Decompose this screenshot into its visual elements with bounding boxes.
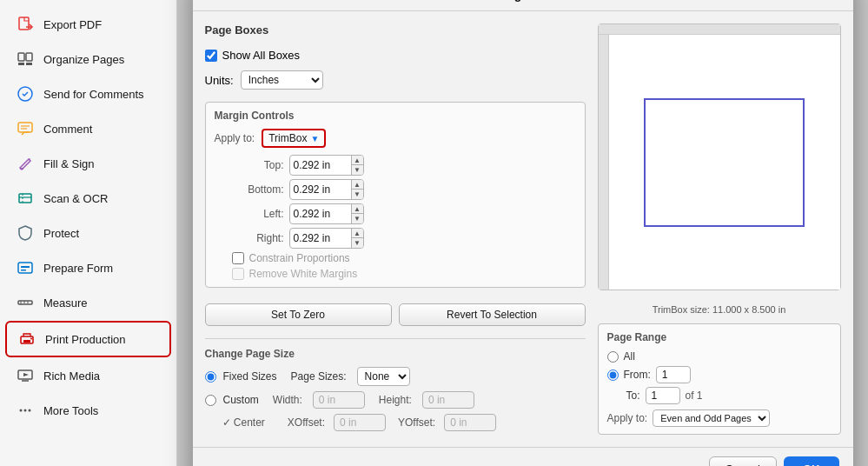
- trimbox-size-label: TrimBox size: 11.000 x 8.500 in: [598, 304, 841, 315]
- top-stepper-down[interactable]: ▼: [352, 165, 363, 175]
- width-label: Width:: [273, 394, 302, 406]
- apply-to-value: TrimBox: [268, 132, 307, 144]
- right-margin-row: Right: ▲ ▼: [215, 228, 576, 249]
- sidebar-item-protect-label: Protect: [43, 227, 79, 240]
- sidebar-item-measure-label: Measure: [43, 296, 88, 310]
- svg-point-27: [29, 409, 31, 412]
- center-label: ✓ Center: [222, 416, 265, 429]
- svg-point-21: [30, 338, 32, 340]
- send-comments-icon: [16, 84, 35, 103]
- custom-radio[interactable]: [205, 395, 216, 406]
- top-input[interactable]: [290, 157, 351, 173]
- all-label: All: [624, 350, 635, 363]
- right-input-wrap: ▲ ▼: [289, 228, 364, 249]
- page-sizes-select[interactable]: None Letter A4: [357, 367, 410, 386]
- sidebar-item-protect[interactable]: Protect: [5, 216, 171, 250]
- sidebar-item-comment-label: Comment: [43, 123, 92, 136]
- page-sizes-label: Page Sizes:: [291, 370, 347, 383]
- page-range-section: Page Range All From: To: of 1: [598, 323, 841, 435]
- of-label: of 1: [686, 389, 703, 402]
- dialog-body: Page Boxes Show All Boxes Units: Inches …: [193, 11, 853, 447]
- sidebar-item-prepare-form[interactable]: Prepare Form: [5, 251, 171, 284]
- dialog-footer: Cancel OK: [193, 447, 853, 466]
- left-input[interactable]: [290, 206, 351, 222]
- main-content: Set Page Boxes Page Boxes Show All Boxes…: [177, 0, 868, 466]
- width-input[interactable]: [313, 391, 365, 409]
- remove-white-checkbox[interactable]: [232, 268, 244, 280]
- bottom-input[interactable]: [290, 182, 351, 197]
- fill-sign-icon: [16, 154, 35, 173]
- organize-pages-icon: [16, 50, 35, 69]
- xoffset-input[interactable]: [334, 414, 386, 431]
- margin-controls-panel: Margin Controls Apply to: TrimBox ▼ Top:: [205, 102, 586, 288]
- sidebar-item-fill-sign[interactable]: Fill & Sign: [5, 147, 171, 180]
- sidebar-item-fill-sign-label: Fill & Sign: [43, 157, 95, 170]
- sidebar-item-measure[interactable]: Measure: [5, 286, 171, 319]
- remove-white-label: Remove White Margins: [249, 268, 358, 280]
- sidebar-item-rich-media-label: Rich Media: [43, 369, 100, 383]
- sidebar-item-scan-ocr[interactable]: Scan & OCR: [5, 182, 171, 215]
- height-label: Height:: [379, 394, 412, 406]
- right-input[interactable]: [290, 230, 351, 246]
- show-all-boxes-label: Show All Boxes: [222, 49, 301, 62]
- sidebar-item-scan-ocr-label: Scan & OCR: [43, 192, 108, 205]
- all-range-row: All: [607, 350, 832, 363]
- left-stepper-down[interactable]: ▼: [352, 214, 363, 223]
- revert-to-selection-button[interactable]: Revert To Selection: [399, 303, 586, 326]
- yoffset-input[interactable]: [444, 414, 496, 431]
- apply-to-dropdown-arrow: ▼: [310, 134, 319, 143]
- all-radio[interactable]: [607, 351, 619, 363]
- units-select[interactable]: Inches Centimeters Millimeters Points: [241, 70, 323, 90]
- svg-rect-9: [19, 194, 31, 203]
- print-production-icon: [17, 330, 36, 349]
- xoffset-label: XOffset:: [288, 416, 325, 429]
- svg-rect-1: [18, 53, 24, 61]
- sidebar-item-export-pdf[interactable]: Export PDF: [5, 8, 171, 41]
- constrain-checkbox[interactable]: [232, 252, 244, 264]
- right-stepper-down[interactable]: ▼: [352, 238, 363, 248]
- constrain-label: Constrain Proportions: [249, 252, 350, 264]
- preview-page: [644, 98, 805, 227]
- apply-to-pages-row: Apply to: Even and Odd Pages Even Pages …: [607, 409, 832, 427]
- sidebar-item-comment[interactable]: Comment: [5, 112, 171, 145]
- set-to-zero-button[interactable]: Set To Zero: [205, 303, 392, 326]
- right-stepper-up[interactable]: ▲: [352, 229, 363, 238]
- sidebar-item-rich-media[interactable]: Rich Media: [5, 359, 171, 392]
- export-pdf-icon: [16, 15, 35, 34]
- bottom-stepper-up[interactable]: ▲: [352, 180, 363, 190]
- remove-margins-row: Remove White Margins: [215, 268, 576, 280]
- apply-to-pages-select[interactable]: Even and Odd Pages Even Pages Only Odd P…: [653, 409, 770, 427]
- apply-to-box[interactable]: TrimBox ▼: [262, 129, 326, 148]
- fixed-sizes-label: Fixed Sizes: [223, 370, 277, 383]
- sidebar-item-organize-pages[interactable]: Organize Pages: [5, 43, 171, 76]
- bottom-label: Bottom:: [232, 183, 284, 196]
- left-stepper: ▲ ▼: [351, 204, 363, 223]
- scan-ocr-icon: [16, 189, 35, 208]
- sidebar-item-print-production[interactable]: Print Production: [5, 321, 171, 357]
- cancel-button[interactable]: Cancel: [709, 456, 777, 466]
- svg-rect-13: [21, 266, 30, 268]
- fixed-sizes-row: Fixed Sizes Page Sizes: None Letter A4: [205, 367, 586, 386]
- sidebar-item-send-for-comments[interactable]: Send for Comments: [5, 77, 171, 110]
- fixed-sizes-radio[interactable]: [205, 371, 216, 383]
- sidebar-item-export-pdf-label: Export PDF: [43, 18, 102, 31]
- show-all-boxes-row: Show All Boxes: [205, 49, 586, 62]
- svg-rect-3: [18, 63, 24, 65]
- more-tools-icon: [16, 401, 35, 420]
- show-all-boxes-checkbox[interactable]: [205, 50, 217, 62]
- apply-to-label: Apply to:: [215, 132, 255, 144]
- page-boxes-section-title: Page Boxes: [205, 23, 586, 37]
- sidebar: Export PDF Organize Pages Send for Comme…: [0, 0, 177, 466]
- sidebar-item-more-tools[interactable]: More Tools: [5, 394, 171, 427]
- left-stepper-up[interactable]: ▲: [352, 204, 363, 214]
- to-input[interactable]: [646, 387, 680, 404]
- units-label: Units:: [205, 74, 234, 87]
- units-row: Units: Inches Centimeters Millimeters Po…: [205, 70, 586, 90]
- height-input[interactable]: [422, 391, 474, 409]
- bottom-stepper-down[interactable]: ▼: [352, 190, 363, 199]
- ok-button[interactable]: OK: [784, 456, 839, 466]
- from-input[interactable]: [656, 366, 691, 383]
- from-radio[interactable]: [607, 369, 619, 381]
- yoffset-label: YOffset:: [398, 416, 435, 429]
- top-stepper-up[interactable]: ▲: [352, 156, 363, 165]
